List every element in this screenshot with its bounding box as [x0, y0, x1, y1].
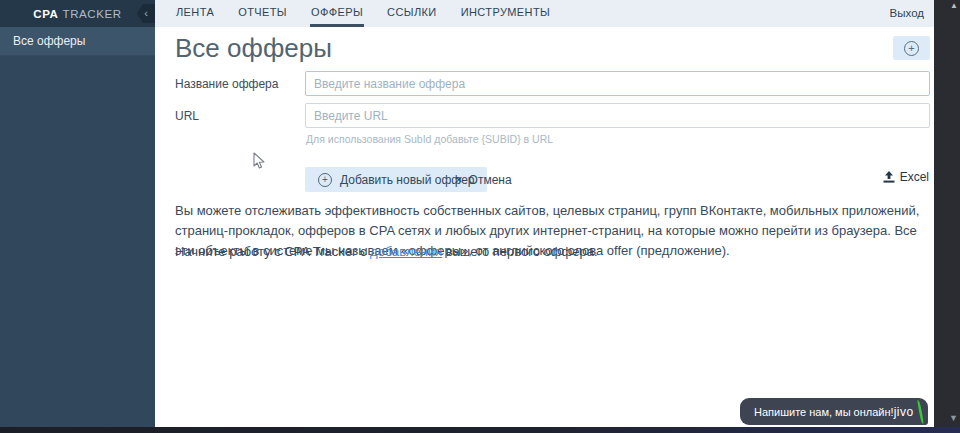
chat-message: Напишите нам, мы онлайн!	[754, 406, 894, 418]
top-navigation: ЛЕНТА ОТЧЕТЫ ОФФЕРЫ ССЫЛКИ ИНСТРУМЕНТЫ В…	[155, 0, 934, 27]
offer-name-input[interactable]	[305, 71, 930, 96]
start-text-before: Начните работу с CPA Tracker с	[175, 244, 370, 259]
cancel-button[interactable]: × Отмена	[455, 167, 512, 192]
app-window: CPATRACKER ‹ Все офферы ЛЕНТА ОТЧЕТЫ ОФФ…	[0, 0, 960, 433]
scroll-up-icon[interactable]: ▲	[950, 1, 958, 10]
brand-bold: CPA	[33, 8, 58, 20]
excel-button-label: Excel	[900, 170, 929, 184]
subid-hint: Для использования SubId добавьте {SUBID}…	[306, 133, 553, 145]
tab-ssylki[interactable]: ССЫЛКИ	[386, 0, 438, 27]
sidebar: CPATRACKER ‹ Все офферы	[0, 0, 155, 427]
brand-rest: TRACKER	[63, 8, 122, 20]
getting-started-text: Начните работу с CPA Tracker с добавлени…	[175, 244, 598, 259]
jivo-logo: jivo	[894, 405, 914, 419]
upload-icon	[883, 171, 895, 183]
chat-widget[interactable]: Напишите нам, мы онлайн! jivo	[740, 398, 928, 425]
main-content: Все офферы + Название оффера URL Для исп…	[155, 27, 934, 427]
excel-export-button[interactable]: Excel	[883, 170, 929, 184]
plus-circle-icon: +	[904, 41, 919, 56]
close-icon: ×	[455, 172, 463, 187]
bottom-edge-bar	[0, 427, 960, 433]
offer-url-input[interactable]	[305, 103, 930, 128]
app-logo: CPATRACKER	[33, 8, 121, 20]
tab-instrumenty[interactable]: ИНСТРУМЕНТЫ	[460, 0, 552, 27]
sidebar-header: CPATRACKER ‹	[0, 0, 155, 27]
page-title: Все офферы	[175, 33, 332, 64]
jivo-leaf-icon	[917, 399, 924, 423]
offer-name-label: Название оффера	[175, 77, 278, 91]
tab-offery[interactable]: ОФФЕРЫ	[310, 0, 364, 27]
offer-url-label: URL	[175, 109, 199, 123]
scroll-down-icon[interactable]: ▼	[949, 413, 958, 423]
add-offer-link[interactable]: добавления	[370, 244, 442, 259]
sidebar-item-all-offers[interactable]: Все офферы	[0, 27, 155, 56]
tab-otchety[interactable]: ОТЧЕТЫ	[237, 0, 288, 27]
add-offer-toggle-button[interactable]: +	[893, 36, 930, 60]
tab-lenta[interactable]: ЛЕНТА	[175, 0, 215, 27]
sidebar-collapse-button[interactable]: ‹	[137, 4, 155, 23]
cancel-button-label: Отмена	[469, 173, 512, 187]
chevron-left-icon: ‹	[144, 7, 148, 19]
start-text-after: вашего первого оффера.	[442, 244, 597, 259]
logout-link[interactable]: Выход	[890, 0, 924, 27]
plus-circle-icon: +	[318, 173, 332, 187]
scrollbar[interactable]: ▲ ▼	[934, 0, 960, 427]
